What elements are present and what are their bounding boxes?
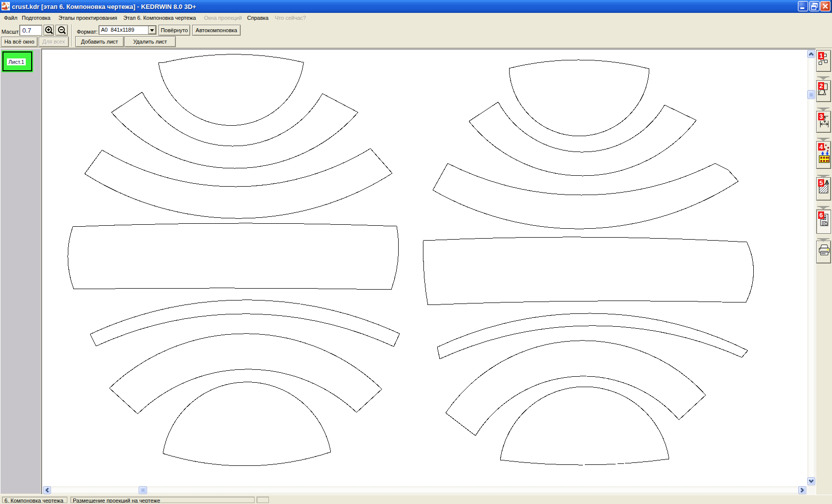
svg-text:A: A bbox=[825, 179, 829, 185]
